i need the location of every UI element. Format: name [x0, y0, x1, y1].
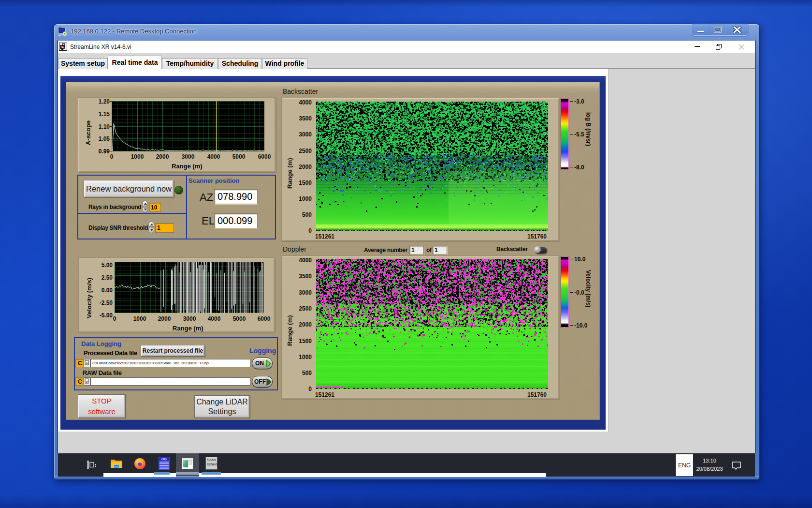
svg-text:VEEK: VEEK	[161, 458, 168, 461]
svg-text:Scan: Scan	[207, 458, 216, 462]
svg-text:sched: sched	[207, 462, 217, 466]
